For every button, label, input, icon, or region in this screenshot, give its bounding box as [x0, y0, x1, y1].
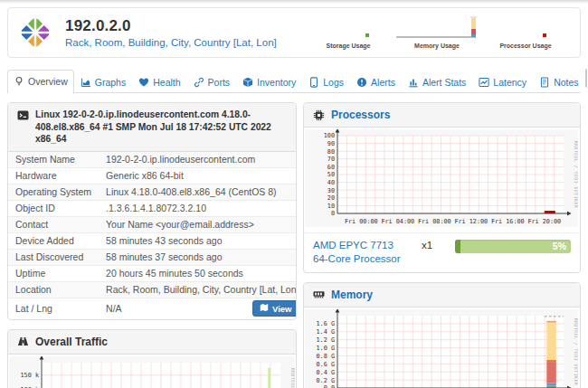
device-header: 192.0.2.0 Rack, Room, Building, City, Co…: [7, 7, 581, 58]
tab-health[interactable]: Health: [132, 71, 186, 93]
memory-panel: Memory 1.6 G1.4 G1.2 G1.0 G0.8 G0.6 G0.4…: [303, 282, 581, 388]
svg-text:1.0 G: 1.0 G: [317, 345, 335, 352]
device-settings-button[interactable]: [586, 70, 587, 87]
view-button-label: View: [272, 304, 291, 314]
view-location-button[interactable]: View: [252, 300, 297, 317]
storage-usage-label: Storage Usage: [305, 43, 392, 49]
memory-icon: [313, 289, 325, 300]
alert-circle-icon: [356, 77, 367, 88]
row-label: Device Added: [8, 232, 99, 249]
svg-text:0.8 G: 0.8 G: [317, 353, 335, 360]
table-row: Last Discovered58 minutes 37 seconds ago: [8, 249, 297, 265]
tab-logs[interactable]: Logs: [302, 71, 350, 93]
heart-icon: [138, 77, 149, 88]
cpu-usage-bar: 5%: [455, 240, 571, 253]
tab-alert-stats[interactable]: Alert Stats: [402, 71, 472, 93]
row-value: Generic x86 64-bit: [99, 167, 297, 184]
tab-label: Latency: [493, 77, 526, 88]
cpu-description: 64-Core Processor: [313, 252, 432, 266]
tab-label: Notes: [554, 77, 578, 88]
cpu-count: x1: [422, 240, 432, 251]
svg-text:Fri 08:00: Fri 08:00: [418, 218, 451, 225]
table-row: HardwareGeneric x86 64-bit: [8, 167, 297, 184]
row-label: Operating System: [8, 184, 99, 200]
row-label: Location: [8, 281, 99, 298]
row-value: 58 minutes 37 seconds ago: [99, 249, 297, 265]
table-row: Object ID.1.3.6.1.4.1.8072.3.2.10: [8, 200, 297, 216]
svg-text:100: 100: [324, 132, 335, 139]
tab-label: Inventory: [257, 77, 296, 88]
svg-text:Fri 20:00: Fri 20:00: [527, 218, 561, 225]
header-mini-graphs: Storage Usage Memory Usage Processor Usa…: [305, 14, 571, 52]
svg-text:150 k: 150 k: [21, 372, 39, 379]
cpu-name-link[interactable]: AMD EPYC 7713: [313, 240, 394, 251]
row-label: Uptime: [8, 265, 99, 281]
tab-ports[interactable]: Ports: [187, 71, 237, 93]
svg-text:Fri 16:00: Fri 16:00: [491, 218, 525, 225]
map-icon: [260, 303, 269, 314]
row-label: System Name: [8, 152, 99, 168]
link-icon: [194, 77, 204, 88]
device-tab-bar: OverviewGraphsHealthPortsInventoryLogsAl…: [7, 69, 581, 93]
system-panel-heading: Linux 192-0-2-0.ip.linodeusercontent.com…: [8, 103, 296, 152]
traffic-panel-heading: Overall Traffic: [8, 330, 296, 355]
svg-text:0.6 G: 0.6 G: [317, 361, 335, 368]
tab-label: Logs: [323, 77, 344, 88]
row-value: 58 minutes 43 seconds ago: [99, 232, 297, 249]
row-value: Your Name <your@email.address>: [99, 216, 297, 232]
note-icon: [539, 77, 550, 88]
memory-usage-label: Memory Usage: [394, 43, 480, 49]
table-row: Operating SystemLinux 4.18.0-408.el8.x86…: [8, 184, 297, 200]
memory-graph[interactable]: 1.6 G1.4 G1.2 G1.0 G0.8 G0.6 G0.4 G0.2 G…: [304, 308, 580, 388]
tab-label: Alerts: [371, 77, 395, 88]
terminal-icon: [17, 109, 29, 125]
tab-label: Health: [153, 77, 180, 88]
tab-notes[interactable]: Notes: [533, 71, 584, 93]
row-label: Contact: [8, 216, 99, 232]
row-value-text: N/A: [106, 303, 122, 314]
system-table-body: System Name192-0-2-0.ip.linodeuserconten…: [8, 152, 297, 319]
device-location-link[interactable]: Rack, Room, Building, City, Country [Lat…: [65, 37, 277, 48]
svg-text:10: 10: [327, 203, 335, 210]
storage-usage-mini-graph[interactable]: Storage Usage: [305, 14, 392, 52]
svg-text:RRDTOOL / TOBI OETIKER: RRDTOOL / TOBI OETIKER: [574, 141, 578, 209]
processors-panel-heading: Processors: [304, 103, 580, 128]
tab-latency[interactable]: Latency: [472, 71, 533, 93]
svg-text:0: 0: [331, 210, 335, 217]
tab-alerts[interactable]: Alerts: [350, 71, 402, 93]
tab-inventory[interactable]: Inventory: [236, 71, 302, 93]
binoculars-icon: [17, 336, 29, 347]
table-row: ContactYour Name <your@email.address>: [8, 216, 297, 232]
system-info-panel: Linux 192-0-2-0.ip.linodeusercontent.com…: [7, 102, 297, 320]
memory-usage-mini-graph[interactable]: Memory Usage: [394, 14, 480, 52]
tab-graphs[interactable]: Graphs: [74, 71, 132, 93]
tab-label: Alert Stats: [422, 77, 466, 88]
svg-text:70: 70: [327, 156, 335, 163]
svg-text:1.4 G: 1.4 G: [317, 328, 335, 336]
svg-text:60: 60: [327, 164, 335, 171]
memory-panel-title: Memory: [331, 289, 373, 301]
tab-label: Graphs: [95, 77, 126, 88]
tab-overview[interactable]: Overview: [7, 70, 74, 93]
line-chart-icon: [479, 77, 489, 88]
table-row: LocationRack, Room, Building, City, Coun…: [8, 281, 297, 298]
processors-graph[interactable]: 1009080706050403020100Fri 00:00Fri 04:00…: [304, 128, 580, 232]
logs-icon: [308, 77, 319, 88]
row-value: Rack, Room, Building, City, Country [Lat…: [99, 281, 297, 298]
processor-usage-mini-graph[interactable]: Processor Usage: [482, 14, 569, 52]
processor-usage-label: Processor Usage: [482, 43, 569, 49]
area-chart-icon: [81, 77, 91, 88]
tab-actions-group: [585, 69, 587, 88]
svg-text:1.6 G: 1.6 G: [317, 320, 335, 327]
svg-text:RRDTOOL / TOBI OETIKER: RRDTOOL / TOBI OETIKER: [574, 318, 578, 386]
row-value: Linux 4.18.0-408.el8.x86_64 (CentOS 8): [99, 184, 297, 200]
system-panel-title: Linux 192-0-2-0.ip.linodeusercontent.com…: [35, 109, 287, 146]
svg-text:Fri 04:00: Fri 04:00: [381, 218, 414, 225]
tab-label: Ports: [208, 77, 231, 88]
svg-text:40: 40: [327, 179, 335, 186]
row-label: Hardware: [8, 167, 99, 184]
device-ip-title: 192.0.2.0: [65, 17, 277, 35]
processors-panel-title: Processors: [331, 109, 390, 121]
row-value: N/AView: [99, 298, 297, 319]
overall-traffic-graph[interactable]: 150 k100 k50 k0RRDTOOL / TOBI OETIKER: [8, 355, 296, 388]
